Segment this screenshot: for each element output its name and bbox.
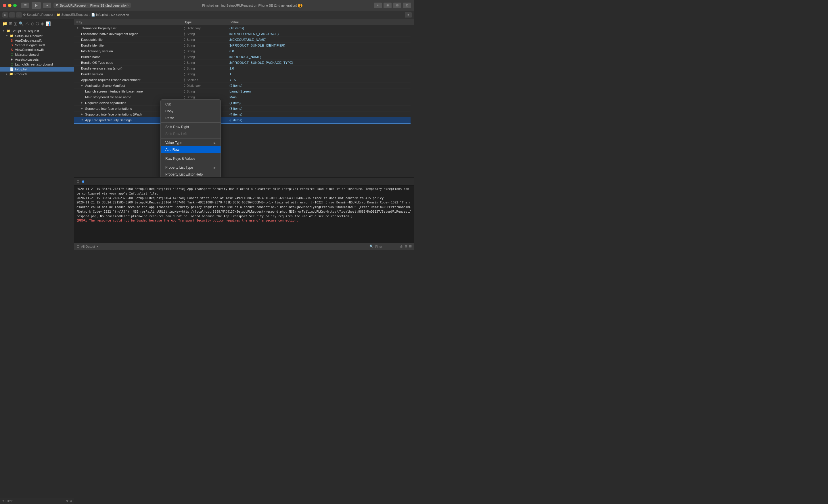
back-button[interactable]: ‹ <box>9 12 15 17</box>
sidebar-item-project-root[interactable]: ▼ 📁 SetupURLRequest <box>0 29 74 33</box>
row-value: 1 <box>230 73 414 76</box>
console-split-icon[interactable]: ⊟ <box>409 244 412 248</box>
sidebar-breakpoint-icon[interactable]: ◈ <box>41 21 44 26</box>
type-stepper[interactable]: ▲▼ <box>183 61 185 65</box>
type-stepper[interactable]: ▲▼ <box>183 84 185 88</box>
sidebar-debug-icon[interactable]: ⬡ <box>36 21 39 26</box>
sidebar-file-appdelegate: AppDelegate.swift <box>15 39 42 42</box>
console-tab-label[interactable]: All Output <box>81 245 95 248</box>
table-row[interactable]: Bundle name ▲▼ String $(PRODUCT_NAME) <box>74 54 414 60</box>
context-menu-item-cut[interactable]: Cut <box>161 101 220 108</box>
type-stepper[interactable]: ▲▼ <box>183 38 185 42</box>
context-menu-item-shift-right[interactable]: Shift Row Right <box>161 124 220 131</box>
scheme-selector[interactable]: ⚙ SetupURLRequest › iPhone SE (2nd gener… <box>53 3 131 8</box>
context-menu-item-copy[interactable]: Copy <box>161 108 220 114</box>
disclosure-project[interactable]: ▼ <box>2 30 5 32</box>
sidebar-report-icon[interactable]: 📊 <box>46 21 51 26</box>
type-stepper[interactable]: ▲▼ <box>183 89 185 93</box>
sidebar-source-icon[interactable]: ⊞ <box>9 21 12 26</box>
type-value: Dictionary <box>187 27 201 30</box>
row-type: ▲▼ String <box>183 95 230 99</box>
disclosure-orient[interactable]: ▶ <box>81 107 84 110</box>
table-row[interactable]: ▶ Supported interface orientations (iPad… <box>74 111 414 117</box>
disclosure-group[interactable]: ▼ <box>6 35 8 37</box>
disclosure-info[interactable]: ▼ <box>77 27 79 29</box>
console-filter-input[interactable] <box>375 245 398 248</box>
editor-toolbar: ⊞ ‹ › ⚙ SetupURLRequest › 📁 SetupURLRequ… <box>0 11 414 19</box>
table-row[interactable]: Bundle version ▲▼ String 1 <box>74 71 414 77</box>
table-row[interactable]: Executable file ▲▼ String $(EXECUTABLE_N… <box>74 37 414 43</box>
row-value: (3 items) <box>230 107 414 110</box>
sidebar-test-icon[interactable]: ◇ <box>31 21 34 26</box>
context-menu-item-plist-type[interactable]: Property List Type ▶ <box>161 164 220 171</box>
type-stepper[interactable]: ▲▼ <box>183 43 185 47</box>
type-stepper[interactable]: ▲▼ <box>183 72 185 76</box>
layout-button-1[interactable]: ⊞ <box>383 3 391 8</box>
forward-button[interactable]: › <box>16 12 22 17</box>
inspector-toggle[interactable]: ≡ <box>405 12 412 17</box>
minimize-button[interactable] <box>8 4 11 7</box>
table-row[interactable]: Bundle OS Type code ▲▼ String $(PRODUCT_… <box>74 60 414 65</box>
stop-button[interactable]: ■ <box>43 3 51 8</box>
type-stepper[interactable]: ▲▼ <box>183 66 185 71</box>
disclosure-required[interactable]: ▶ <box>81 101 84 104</box>
table-row[interactable]: Bundle version string (short) ▲▼ String … <box>74 65 414 71</box>
context-menu-item-add-row[interactable]: Add Row <box>161 146 220 153</box>
sidebar-toggle-button[interactable]: ☰ <box>21 3 29 8</box>
disclosure-scene[interactable]: ▶ <box>81 84 84 87</box>
sidebar-item-mainstoryboard[interactable]: ◻ Main.storyboard <box>0 52 74 57</box>
table-row[interactable]: ▶ Supported interface orientations ▲▼ Ar… <box>74 106 414 111</box>
console-panel-icon[interactable]: ⊡ <box>77 244 79 248</box>
zoom-button[interactable] <box>13 4 17 7</box>
type-stepper[interactable]: ▲▼ <box>183 95 185 99</box>
sidebar-item-scenedelegate[interactable]: S SceneDelegate.swift <box>0 43 74 47</box>
type-stepper[interactable]: ▲▼ <box>183 32 185 36</box>
disclosure-ats[interactable]: ▼ <box>81 119 84 121</box>
context-menu-item-plist-help[interactable]: Property List Editor Help <box>161 171 220 177</box>
type-stepper[interactable]: ▲▼ <box>183 49 185 53</box>
sidebar-symbol-icon[interactable]: ∑ <box>14 21 17 26</box>
close-button[interactable] <box>3 4 6 7</box>
sidebar-item-products[interactable]: ▶ 📁 Products <box>0 72 74 77</box>
sidebar-item-viewcontroller[interactable]: S ViewController.swift <box>0 47 74 52</box>
table-row[interactable]: Application requires iPhone environment … <box>74 77 414 83</box>
plist-scrollbar[interactable] <box>411 19 414 177</box>
console-tab-arrow[interactable]: ▾ <box>96 244 98 248</box>
table-row[interactable]: Localization native development region ▲… <box>74 31 414 37</box>
table-row[interactable]: Launch screen interface file base name ▲… <box>74 89 414 94</box>
table-row[interactable]: ▶ Required device capabilities ▲▼ Array … <box>74 100 414 106</box>
grid-view-button[interactable]: ⊞ <box>2 12 8 17</box>
table-row-ats[interactable]: ▼ App Transport Security Settings ▲▼ Dic… <box>74 117 414 123</box>
table-row[interactable]: ▼ Information Property List ▲▼ Dictionar… <box>74 25 414 31</box>
sidebar-item-infoplist[interactable]: 📄 Info.plist <box>0 67 74 72</box>
titlebar: ☰ ■ ⚙ SetupURLRequest › iPhone SE (2nd g… <box>0 0 414 11</box>
trash-icon[interactable]: 🗑 <box>400 245 403 248</box>
sidebar-issue-icon[interactable]: ⚠ <box>25 21 29 26</box>
type-stepper[interactable]: ▲▼ <box>183 55 185 59</box>
context-menu-item-value-type[interactable]: Value Type ▶ <box>161 139 220 146</box>
type-value: String <box>187 90 195 93</box>
context-menu-item-raw-keys[interactable]: Raw Keys & Values <box>161 155 220 162</box>
type-stepper[interactable]: ▲▼ <box>183 26 185 30</box>
sidebar-folder-icon[interactable]: 📁 <box>2 21 7 26</box>
sidebar-item-appdelegate[interactable]: S AppDelegate.swift <box>0 38 74 43</box>
sidebar-search-icon[interactable]: 🔍 <box>19 21 24 26</box>
layout-button-3[interactable]: ⊡ <box>403 3 411 8</box>
table-row[interactable]: ▶ Application Scene Manifest ▲▼ Dictiona… <box>74 83 414 89</box>
sidebar-item-assets[interactable]: ◈ Assets.xcassets <box>0 57 74 62</box>
table-row[interactable]: Main storyboard file base name ▲▼ String… <box>74 94 414 100</box>
sidebar-item-launchscreen[interactable]: ◻ LaunchScreen.storyboard <box>0 62 74 67</box>
warning-badge[interactable]: 1 <box>298 4 302 7</box>
console-layout-icon[interactable]: ⊞ <box>405 244 407 248</box>
table-row[interactable]: Bundle identifier ▲▼ String $(PRODUCT_BU… <box>74 43 414 48</box>
disclosure-orient-ipad[interactable]: ▶ <box>81 113 84 116</box>
context-menu-item-paste[interactable]: Paste <box>161 114 220 122</box>
key-label: Application Scene Manifest <box>85 84 125 87</box>
sidebar-item-group[interactable]: ▼ 📁 SetupURLRequest <box>0 33 74 38</box>
disclosure-products[interactable]: ▶ <box>6 73 7 75</box>
add-button[interactable]: + <box>374 3 382 8</box>
run-button[interactable] <box>32 2 41 9</box>
table-row[interactable]: InfoDictionary version ▲▼ String 6.0 <box>74 48 414 54</box>
layout-button-2[interactable]: ⊟ <box>393 3 401 8</box>
type-stepper[interactable]: ▲▼ <box>183 78 185 82</box>
